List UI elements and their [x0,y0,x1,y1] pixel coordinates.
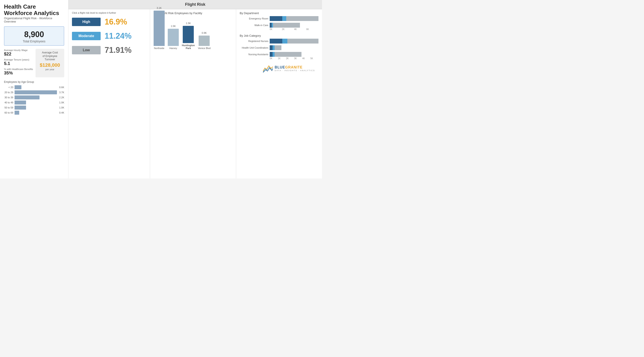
age-group-label: 50 to 59 [4,106,13,109]
logo-blue: BLUE [274,65,285,69]
age-bar [14,101,26,105]
age-group-row: 50 to 59 1.0K [4,106,64,110]
dept-job-section: By Department Emergency Room Walk-in Car… [236,9,322,179]
pct-healthcare-label: % with Healthcare Benefits [4,68,33,71]
facility-bar-top-label: 1.5K [171,25,176,27]
avg-tenure-label: Average Tenure (years) [4,58,33,61]
pct-healthcare-item: % with Healthcare Benefits 35% [4,68,33,76]
risk-button-low[interactable]: Low [72,46,101,54]
total-employees-label: Total Employees [6,40,62,43]
age-group-label: 20 to 29 [4,91,13,94]
by-department-section: By Department Emergency Room Walk-in Car… [240,12,318,31]
risk-row: Moderate 11.24% [72,31,146,41]
bar-segment [273,23,300,28]
horiz-bar-label: Health Unit Coordinators [240,46,268,49]
bar-segment [272,52,274,57]
dept-bar-chart: Emergency Room Walk-in Care [240,16,318,28]
facility-bar [154,11,165,46]
logo-orange: GRANITE [285,65,302,69]
bar-segment [274,52,302,57]
age-bar-value: 2.2K [59,96,64,99]
age-bar-container [14,111,57,115]
risk-percentage-moderate: 11.24% [104,31,132,41]
axis-label: 2K [282,28,294,31]
flight-risk-section: Click a flight risk level to explore it … [68,9,150,179]
risk-row: Low 71.91% [72,46,146,55]
bar-segment [270,52,272,57]
facility-bar-label: Northside [154,47,164,50]
axis-label: 4K [302,57,310,60]
cost-box-value: $128,000 [38,62,62,68]
age-group-row: 20 to 29 3.7K [4,90,64,94]
cost-box-per: per year [38,68,62,71]
facility-chart: 3.1K Northside 1.5K Harvey 1.5K Huntingt… [154,17,232,54]
age-bar-container [14,85,57,89]
age-bar-container [14,101,57,105]
age-bar-value: 1.0K [59,101,64,104]
age-group-row: 40 to 49 1.0K [4,101,64,105]
bar-segment [270,45,272,50]
bar-segment [282,39,287,44]
bar-segment [270,16,282,21]
bar-segment [270,39,282,44]
horiz-bar-label: Registered Nurses [240,40,268,43]
total-employees-box: 8,900 Total Employees [4,26,64,46]
bar-segment [272,23,273,28]
facility-bar-top-label: 3.1K [157,7,162,9]
age-bar-container [14,90,57,94]
facility-bar-top-label: 0.9K [202,32,207,34]
facility-bar-label: Venice Blvd [198,47,210,50]
cost-box-label: Average Costof Employee Turnover [38,51,62,61]
axis-label: 2K [286,57,294,60]
age-bar-value: 0.6K [59,86,64,89]
facility-bar-wrap: 0.9K Venice Blvd [198,32,210,50]
age-group-label: 30 to 39 [4,96,13,99]
age-group-chart: < 20 0.6K 20 to 29 3.7K 30 to 39 2.2K 40… [4,85,64,115]
facility-title: High Flight Risk Employees by Facility [154,12,232,15]
stats-left: Average Hourly Wage $22 Average Tenure (… [4,49,33,77]
facility-bar-wrap: 1.5K HuntingtonPark [182,22,195,50]
facility-bar [183,26,194,43]
axis-label: 0K [270,28,282,31]
pct-healthcare-value: 35% [4,71,33,76]
age-group-row: 60 to 69 0.4K [4,111,64,115]
axis-label: 6K [306,28,318,31]
axis-label: 3K [294,57,302,60]
horiz-bar-row: Nursing Assistants [240,52,318,57]
bar-segment [274,45,282,50]
left-panel: Health Care Workforce Analytics Organiza… [0,0,68,179]
horiz-bar-track [270,45,318,50]
horiz-bar-row: Registered Nurses [240,39,318,44]
age-group-label: < 20 [4,86,13,89]
horiz-bar-label: Emergency Room [240,17,268,20]
bar-segment [287,39,318,44]
age-group-title: Employees by Age Group [4,80,64,84]
by-department-title: By Department [240,12,318,15]
dashboard: Health Care Workforce Analytics Organiza… [0,0,322,179]
age-group-row: < 20 0.6K [4,85,64,89]
age-bar-container [14,106,57,110]
age-bar [14,90,57,94]
dept-axis-labels: 0K2K4K6K [270,28,318,31]
bar-segment [272,45,274,50]
job-axis-labels: 0K1K2K3K4K5K [270,57,318,60]
age-bar [14,106,26,110]
horiz-bar-row: Emergency Room [240,16,318,21]
age-bar-value: 1.0K [59,106,64,109]
job-bar-chart: Registered Nurses Health Unit Coordinato… [240,39,318,57]
horiz-bar-label: Nursing Assistants [240,53,268,56]
page-subtitle: Organizational Flight Risk - Workforce O… [4,17,64,23]
horiz-bar-track [270,16,318,21]
age-bar-value: 3.7K [59,91,64,94]
avg-hourly-wage-label: Average Hourly Wage [4,49,33,52]
risk-button-high[interactable]: High [72,18,101,26]
bar-segment [270,23,272,28]
risk-row: High 16.9% [72,17,146,27]
age-bar [14,95,40,99]
risk-percentage-low: 71.91% [104,46,132,55]
facility-bar-top-label: 1.5K [186,22,191,25]
avg-tenure-value: 5.1 [4,61,33,66]
risk-button-moderate[interactable]: Moderate [72,32,101,40]
by-job-category-section: By Job Category Registered Nurses Health… [240,34,318,60]
click-hint: Click a flight risk level to explore it … [72,12,146,14]
